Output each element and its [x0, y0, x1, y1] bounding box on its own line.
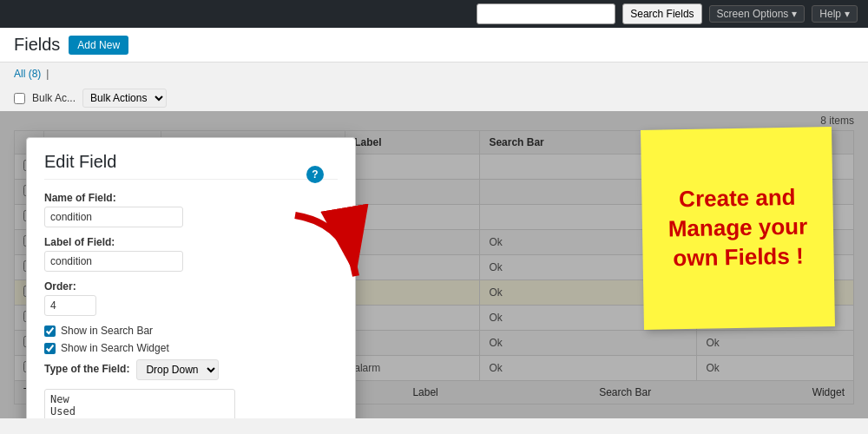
show-search-widget-label: Show in Search Widget — [61, 342, 169, 354]
screen-options-button[interactable]: Screen Options ▾ — [709, 5, 806, 23]
sticky-note: Create and Manage your own Fields ! — [641, 127, 835, 330]
search-fields-button[interactable]: Search Fields — [622, 3, 701, 24]
name-field-group: Name of Field: — [44, 192, 338, 227]
show-search-widget-row: Show in Search Widget — [44, 342, 338, 354]
values-textarea[interactable]: New Used Damaged — [44, 389, 235, 418]
show-search-bar-row: Show in Search Bar — [44, 325, 338, 337]
modal-title: Edit Field — [44, 152, 338, 180]
sticky-note-text: Create and Manage your own Fields ! — [659, 183, 817, 274]
sub-nav: All (8) | — [0, 62, 868, 85]
help-button[interactable]: Help ▾ — [812, 5, 858, 23]
edit-field-modal: Edit Field ? Name of Field: Label of Fie… — [26, 137, 356, 418]
chevron-down-icon: ▾ — [845, 8, 850, 20]
select-all-checkbox[interactable] — [14, 93, 25, 104]
order-field-input[interactable] — [44, 295, 96, 316]
order-field-label: Order: — [44, 280, 338, 293]
label-field-input[interactable] — [44, 251, 183, 272]
page-header: Fields Add New — [0, 28, 868, 62]
show-search-bar-label: Show in Search Bar — [61, 325, 153, 337]
main-content: 8 items Title Type Label Search Bar Widg… — [0, 111, 868, 418]
label-field-group: Label of Field: — [44, 236, 338, 272]
bulk-action-select[interactable]: Bulk Actions — [82, 89, 167, 108]
search-fields-input[interactable] — [477, 3, 615, 24]
type-field-group: Type of the Field: Drop Down Checkbox Ra… — [44, 359, 338, 380]
help-icon[interactable]: ? — [306, 166, 324, 183]
page-title: Fields — [14, 35, 60, 55]
order-field-group: Order: — [44, 280, 338, 316]
name-field-label: Name of Field: — [44, 192, 338, 204]
bulk-actions-label: Bulk Ac... — [32, 92, 76, 104]
values-group: New Used Damaged — [44, 389, 338, 418]
top-bar: Search Fields Screen Options ▾ Help ▾ — [0, 0, 868, 28]
type-field-select[interactable]: Drop Down Checkbox Range Boolean — [136, 359, 219, 380]
add-new-button[interactable]: Add New — [69, 36, 128, 55]
all-link[interactable]: All (8) — [14, 68, 41, 80]
chevron-down-icon: ▾ — [792, 8, 797, 20]
show-search-widget-checkbox[interactable] — [44, 343, 56, 354]
bulk-bar: Bulk Ac... Bulk Actions — [0, 85, 868, 111]
show-search-bar-checkbox[interactable] — [44, 326, 56, 337]
label-field-label: Label of Field: — [44, 236, 338, 248]
name-field-input[interactable] — [44, 207, 183, 227]
type-field-label: Type of the Field: — [44, 363, 129, 375]
